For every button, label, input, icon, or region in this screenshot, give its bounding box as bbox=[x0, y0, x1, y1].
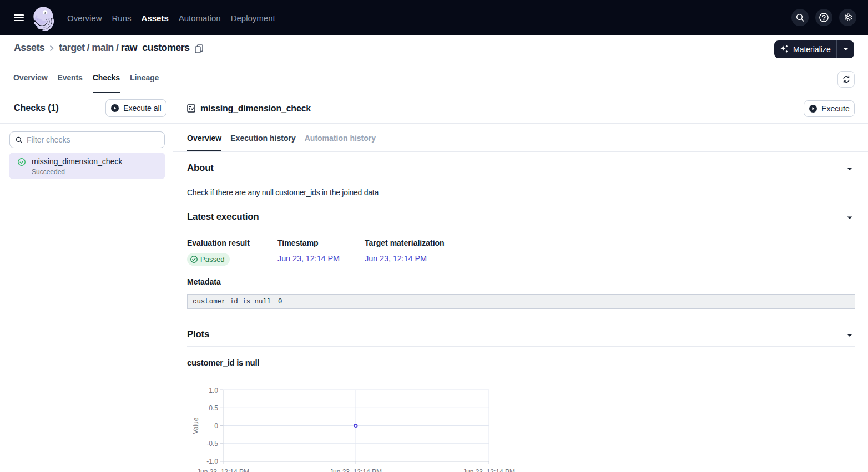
svg-text:Jun 23, 12:14 PM: Jun 23, 12:14 PM bbox=[330, 468, 382, 472]
svg-text:-1.0: -1.0 bbox=[206, 458, 218, 465]
svg-text:0: 0 bbox=[214, 422, 218, 430]
svg-text:Value: Value bbox=[192, 417, 200, 434]
svg-text:-0.5: -0.5 bbox=[206, 440, 218, 448]
svg-text:1.0: 1.0 bbox=[209, 387, 218, 394]
svg-text:Jun 23, 12:14 PM: Jun 23, 12:14 PM bbox=[197, 468, 249, 472]
svg-text:0.5: 0.5 bbox=[209, 404, 218, 412]
svg-text:Jun 23, 12:14 PM: Jun 23, 12:14 PM bbox=[463, 468, 515, 472]
